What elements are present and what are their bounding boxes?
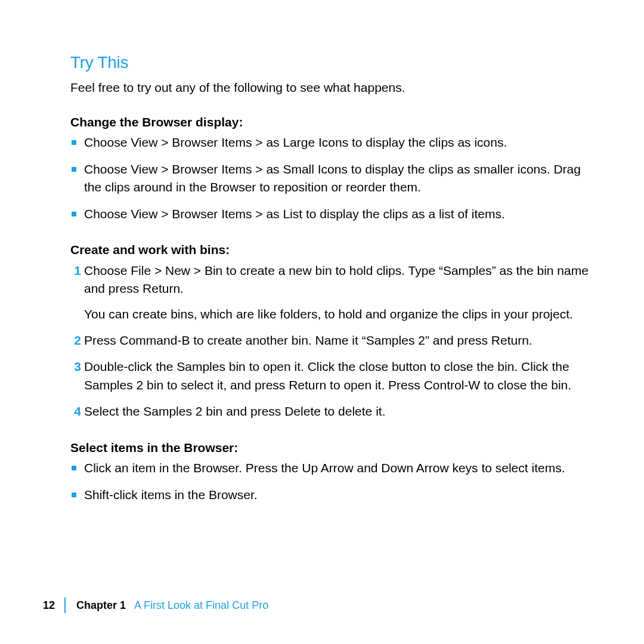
list-item: Click an item in the Browser. Press the … (70, 459, 597, 477)
intro-paragraph: Feel free to try out any of the followin… (70, 79, 597, 97)
numbered-list: Choose File > New > Bin to create a new … (70, 262, 597, 421)
list-item: Press Command-B to create another bin. N… (70, 332, 597, 349)
section-heading: Try This (70, 51, 597, 75)
page-number: 12 (43, 597, 55, 613)
list-item: Choose View > Browser Items > as Large I… (70, 134, 597, 151)
bullet-list: Click an item in the Browser. Press the … (70, 459, 597, 504)
chapter-title: A First Look at Final Cut Pro (134, 597, 268, 613)
list-item: Choose View > Browser Items > as List to… (70, 205, 597, 223)
list-item: Choose File > New > Bin to create a new … (70, 262, 597, 323)
subsection-label: Select items in the Browser: (70, 439, 597, 457)
list-item-text: Choose File > New > Bin to create a new … (84, 264, 589, 295)
list-item-text: Select the Samples 2 bin and press Delet… (84, 404, 385, 418)
list-item-text: Press Command-B to create another bin. N… (84, 333, 532, 347)
subsection-label: Create and work with bins: (70, 241, 597, 259)
list-item-text: Double-click the Samples bin to open it.… (84, 360, 571, 391)
list-item: Select the Samples 2 bin and press Delet… (70, 402, 597, 420)
list-item: Shift-click items in the Browser. (70, 486, 597, 504)
subsection-label: Change the Browser display: (70, 113, 597, 131)
page-footer: 12 Chapter 1 A First Look at Final Cut P… (43, 597, 268, 613)
footer-divider (64, 597, 66, 613)
bullet-list: Choose View > Browser Items > as Large I… (70, 134, 597, 223)
list-item: Choose View > Browser Items > as Small I… (70, 160, 597, 197)
list-item: Double-click the Samples bin to open it.… (70, 358, 597, 394)
document-page: Try This Feel free to try out any of the… (0, 0, 644, 644)
list-item-subtext: You can create bins, which are like fold… (84, 305, 597, 323)
chapter-label: Chapter 1 (76, 597, 126, 613)
